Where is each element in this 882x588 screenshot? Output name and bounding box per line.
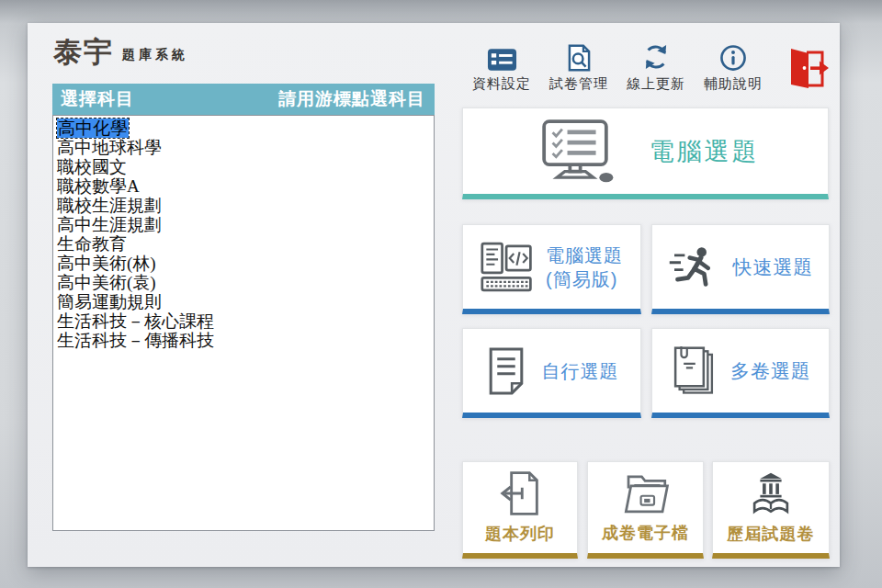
toolbar-item-help[interactable]: 輔助說明 bbox=[704, 44, 763, 93]
print-booklet-button[interactable]: 題本列印 bbox=[462, 461, 578, 559]
toolbar-item-data-settings[interactable]: 資料設定 bbox=[472, 44, 531, 93]
export-document-icon bbox=[499, 470, 542, 516]
data-settings-icon bbox=[487, 44, 517, 72]
toolbar-label: 線上更新 bbox=[627, 75, 685, 93]
computer-select-label: 電腦選題 bbox=[650, 135, 760, 168]
computer-keyboard-icon bbox=[481, 242, 534, 292]
subject-item[interactable]: 生命教育 bbox=[57, 234, 430, 254]
document-lines-icon bbox=[485, 346, 527, 396]
subject-item[interactable]: 生活科技－傳播科技 bbox=[57, 331, 430, 350]
help-info-icon bbox=[719, 44, 747, 72]
multi-paper-select-label: 多卷選題 bbox=[730, 359, 811, 383]
refresh-icon bbox=[641, 44, 671, 72]
subject-item[interactable]: 高中生涯規劃 bbox=[57, 215, 430, 234]
multi-paper-select-button[interactable]: 多卷選題 bbox=[651, 328, 830, 418]
subject-item[interactable]: 職校國文 bbox=[57, 157, 430, 176]
subject-item[interactable]: 高中美術(袁) bbox=[57, 273, 430, 292]
subject-item[interactable]: 職校生涯規劃 bbox=[57, 196, 430, 215]
app-window: 泰宇 題庫系統 資料設定 bbox=[28, 23, 840, 567]
brand-subtitle: 題庫系統 bbox=[122, 47, 188, 66]
exit-door-icon bbox=[785, 47, 831, 91]
app-logo: 泰宇 題庫系統 bbox=[53, 38, 188, 66]
subject-item[interactable]: 高中美術(林) bbox=[57, 254, 430, 273]
subject-item[interactable]: 職校數學A bbox=[57, 176, 430, 196]
self-select-label: 自行選題 bbox=[542, 359, 619, 383]
exit-button[interactable] bbox=[785, 47, 831, 93]
efile-label: 成卷電子檔 bbox=[602, 522, 689, 544]
archive-book-icon bbox=[748, 470, 794, 516]
toolbar-item-exam-manage[interactable]: 試卷管理 bbox=[549, 44, 608, 93]
quick-select-button[interactable]: 快速選題 bbox=[651, 224, 830, 314]
computer-select-button[interactable]: 電腦選題 bbox=[462, 107, 829, 199]
toolbar-item-online-update[interactable]: 線上更新 bbox=[627, 44, 685, 93]
toolbar-label: 資料設定 bbox=[472, 75, 531, 93]
runner-icon bbox=[668, 245, 719, 289]
brand-name: 泰宇 bbox=[53, 38, 114, 66]
print-booklet-label: 題本列印 bbox=[485, 523, 555, 545]
subject-panel-title: 選擇科目 bbox=[61, 87, 134, 111]
efile-button[interactable]: 成卷電子檔 bbox=[587, 461, 704, 559]
quick-select-label: 快速選題 bbox=[733, 255, 814, 279]
subject-list[interactable]: 高中化學 高中地球科學 職校國文 職校數學A 職校生涯規劃 高中生涯規劃 生命教… bbox=[52, 115, 435, 531]
past-exams-button[interactable]: 歷屆試題卷 bbox=[712, 461, 830, 559]
exam-manage-icon bbox=[567, 44, 592, 72]
subject-item[interactable]: 高中地球科學 bbox=[57, 138, 430, 157]
subject-panel-hint: 請用游標點選科目 bbox=[278, 87, 425, 111]
subject-item[interactable]: 簡易運動規則 bbox=[57, 292, 430, 311]
toolbar-label: 試卷管理 bbox=[549, 75, 608, 93]
subject-item-selected[interactable]: 高中化學 bbox=[57, 119, 430, 138]
computer-select-simple-label: 電腦選題 (簡易版) bbox=[546, 243, 623, 291]
subject-item[interactable]: 生活科技－核心課程 bbox=[57, 311, 430, 331]
toolbar-label: 輔助說明 bbox=[704, 75, 763, 93]
computer-select-simple-button[interactable]: 電腦選題 (簡易版) bbox=[462, 224, 641, 314]
stacked-papers-icon bbox=[670, 345, 718, 397]
monitor-checklist-icon bbox=[532, 119, 618, 184]
subject-panel-header: 選擇科目 請用游標點選科目 bbox=[52, 84, 435, 115]
toolbar: 資料設定 試卷管理 線上更新 bbox=[463, 41, 831, 93]
past-exams-label: 歷屆試題卷 bbox=[728, 523, 815, 545]
self-select-button[interactable]: 自行選題 bbox=[462, 328, 641, 418]
open-folder-icon bbox=[620, 471, 672, 515]
